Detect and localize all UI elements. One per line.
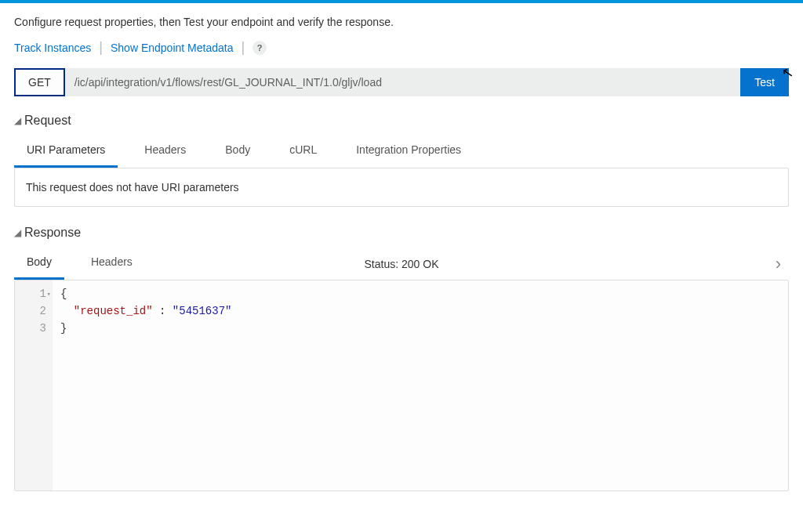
response-body-code[interactable]: { "request_id" : "5451637" } [53, 280, 239, 490]
tab-curl[interactable]: cURL [277, 136, 329, 168]
track-instances-link[interactable]: Track Instances [14, 42, 91, 54]
collapse-icon: ◢ [14, 115, 21, 126]
endpoint-bar: GET Test [14, 68, 789, 96]
line-gutter: 1▾ 2 3 [15, 280, 53, 490]
help-icon[interactable]: ? [253, 41, 267, 55]
instruction-text: Configure request properties, then Test … [14, 16, 789, 28]
line-number: 3 [40, 322, 46, 335]
line-number: 2 [40, 305, 46, 317]
response-body-panel: 1▾ 2 3 { "request_id" : "5451637" } [14, 280, 789, 491]
separator: | [241, 39, 245, 56]
code-brace: } [60, 322, 67, 335]
separator: | [99, 39, 103, 56]
status-value: 200 OK [402, 258, 438, 270]
line-number: 1 [40, 288, 46, 300]
tab-uri-parameters[interactable]: URI Parameters [14, 136, 118, 168]
code-brace: { [60, 288, 67, 300]
uri-params-empty-message: This request does not have URI parameter… [26, 181, 239, 194]
code-colon: : [153, 305, 173, 317]
response-section-toggle[interactable]: ◢ Response [14, 226, 789, 240]
chevron-right-icon[interactable]: › [768, 254, 789, 274]
response-tab-body[interactable]: Body [14, 248, 64, 280]
tab-headers[interactable]: Headers [132, 136, 198, 168]
tab-body[interactable]: Body [213, 136, 263, 168]
request-panel: This request does not have URI parameter… [14, 168, 789, 207]
response-tab-headers[interactable]: Headers [78, 248, 145, 280]
tab-integration-properties[interactable]: Integration Properties [343, 136, 474, 168]
fold-icon[interactable]: ▾ [47, 286, 51, 303]
collapse-icon: ◢ [14, 227, 21, 238]
response-title: Response [24, 226, 81, 240]
response-tabbar: Body Headers Status: 200 OK › [14, 248, 789, 280]
request-section-toggle[interactable]: ◢ Request [14, 114, 789, 128]
http-method-select[interactable]: GET [14, 68, 65, 96]
request-tabs: URI Parameters Headers Body cURL Integra… [14, 136, 789, 168]
code-key: "request_id" [74, 305, 153, 317]
status-label: Status: [365, 258, 399, 270]
endpoint-url-input[interactable] [65, 68, 741, 96]
request-title: Request [24, 114, 71, 128]
toolbar-links: Track Instances | Show Endpoint Metadata… [14, 39, 789, 56]
test-button[interactable]: Test [740, 68, 789, 96]
code-string: "5451637" [173, 305, 232, 317]
show-endpoint-metadata-link[interactable]: Show Endpoint Metadata [111, 42, 233, 54]
